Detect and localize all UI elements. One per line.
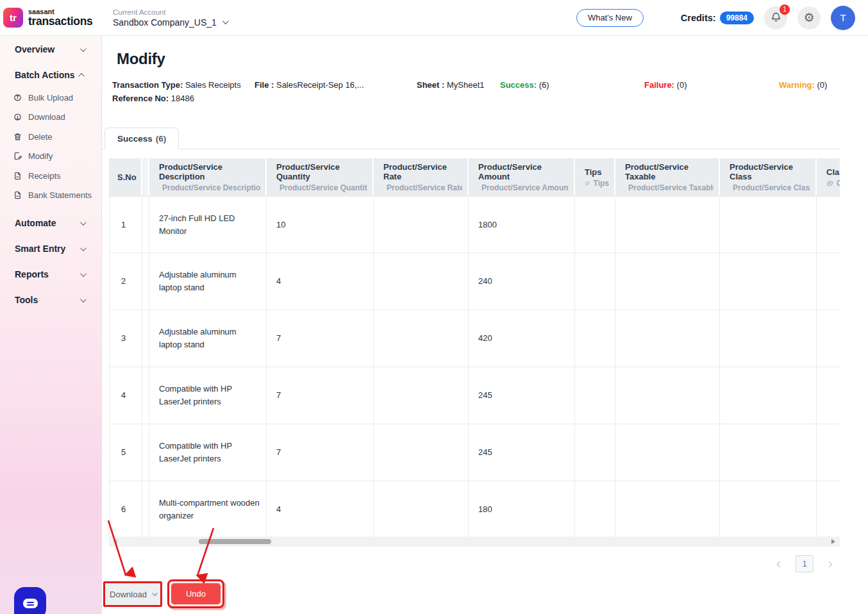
batch-meta: Transaction Type: Sales Receipts File : … (102, 80, 846, 107)
undo-button[interactable]: Undo (171, 583, 221, 604)
sidebar-item-label: Automate (15, 218, 56, 228)
cell-gap (142, 253, 149, 310)
sidebar-item-modify[interactable]: Modify (0, 147, 101, 167)
cell-taxable (615, 310, 720, 367)
sidebar-item-bulk-upload[interactable]: Bulk Upload (0, 88, 101, 108)
download-icon (13, 112, 22, 122)
cell-class (720, 196, 817, 253)
cell-class (720, 424, 817, 481)
cell-class (720, 367, 817, 424)
cell-taxable (615, 481, 720, 537)
cell-amount: 180 (469, 481, 575, 537)
sidebar-item-receipts[interactable]: Receipts (0, 166, 101, 186)
column-header-amount: Product/Service Amount Product/Service A… (469, 158, 575, 196)
top-header: tr saasant transactions Current Account … (0, 0, 868, 36)
cell-rate (374, 424, 469, 481)
brand-name-bottom: transactions (28, 16, 92, 28)
settings-button[interactable]: ⚙ (797, 6, 821, 29)
sidebar-item-label: Overview (15, 44, 54, 54)
main-content: Modify Transaction Type: Sales Receipts … (102, 36, 868, 614)
table-header-row: S.No Product/Service Description Product… (109, 158, 840, 196)
sidebar-item-automate[interactable]: Automate (0, 210, 101, 236)
cell-class-2 (817, 367, 840, 424)
sidebar-item-label: Tools (15, 295, 38, 305)
cell-quantity: 4 (267, 253, 374, 310)
credits: Credits: 99884 (681, 12, 754, 24)
cell-class-2 (817, 196, 840, 253)
cell-tips (575, 481, 615, 537)
file-icon (13, 190, 22, 200)
cell-description: 27-inch Full HD LED Monitor (149, 196, 267, 253)
sidebar-item-delete[interactable]: Delete (0, 127, 101, 147)
cell-tips (575, 424, 615, 481)
sidebar-item-label: Modify (28, 151, 53, 161)
notification-button[interactable]: 1 (764, 6, 787, 29)
chevron-down-icon (152, 590, 157, 595)
cell-description: Compatible with HP LaserJet printers (149, 367, 267, 424)
account-selector[interactable]: Current Account Sandbox Company_US_1 (113, 8, 227, 28)
tab-success[interactable]: Success (6) (104, 128, 179, 149)
sidebar-item-overview[interactable]: Overview (0, 37, 101, 62)
previous-page-button[interactable] (775, 556, 785, 571)
edit-document-icon (13, 151, 22, 161)
current-account-value: Sandbox Company_US_1 (113, 17, 217, 28)
sidebar-item-reports[interactable]: Reports (0, 261, 101, 287)
scroll-left-arrow[interactable] (113, 539, 117, 544)
cell-class-2 (817, 253, 840, 310)
cell-taxable (615, 196, 720, 253)
cell-gap (142, 367, 149, 424)
sidebar-item-label: Batch Actions (15, 70, 75, 80)
link-icon (585, 179, 590, 187)
column-header-description: Product/Service Description Product/Serv… (149, 158, 267, 196)
undo-annotation-box: Undo (167, 579, 224, 608)
notification-badge: 1 (780, 4, 790, 15)
results-table-viewport: S.No Product/Service Description Product… (109, 158, 840, 537)
table-row: 3 Adjustable aluminum laptop stand 7 420 (109, 310, 840, 367)
trash-icon (13, 132, 22, 142)
chevron-left-icon (777, 561, 783, 568)
scrollbar-thumb[interactable] (199, 539, 271, 544)
cell-rate (374, 196, 469, 253)
sidebar-item-batch-actions[interactable]: Batch Actions (0, 62, 101, 88)
scroll-right-arrow[interactable] (831, 539, 835, 544)
sidebar-item-label: Bulk Upload (28, 93, 73, 103)
table-row: 2 Adjustable aluminum laptop stand 4 240 (109, 253, 840, 310)
cell-rate (374, 253, 469, 310)
sidebar-item-label: Receipts (28, 171, 61, 181)
cell-gap (142, 481, 149, 537)
cell-description: Adjustable aluminum laptop stand (149, 253, 267, 310)
page-title: Modify (117, 50, 165, 68)
sidebar-item-tools[interactable]: Tools (0, 287, 101, 313)
chevron-down-icon (80, 219, 87, 226)
cell-sno: 2 (109, 253, 142, 310)
chat-icon (23, 599, 38, 608)
cell-sno: 3 (109, 310, 142, 367)
bell-icon (770, 12, 782, 24)
table-row: 4 Compatible with HP LaserJet printers 7… (109, 367, 840, 424)
cell-rate (374, 310, 469, 367)
sidebar-item-label: Smart Entry (15, 244, 65, 254)
app-root: tr saasant transactions Current Account … (0, 0, 868, 614)
credits-label: Credits: (681, 13, 716, 23)
cell-taxable (615, 253, 720, 310)
brand-logo-icon: tr (3, 8, 23, 28)
chevron-down-icon (80, 270, 87, 277)
cell-description: Multi-compartment wooden organizer (149, 481, 267, 537)
column-header-class: Product/Service Class Product/Service Cl… (720, 158, 817, 196)
cell-quantity: 7 (267, 310, 374, 367)
sidebar-item-label: Reports (15, 269, 49, 279)
column-header-gap (142, 158, 149, 196)
page-number-button[interactable]: 1 (796, 555, 814, 572)
next-page-button[interactable] (824, 556, 834, 571)
sidebar-item-smart-entry[interactable]: Smart Entry (0, 236, 101, 261)
sidebar-item-label: Download (28, 112, 65, 122)
horizontal-scrollbar[interactable] (109, 536, 840, 547)
whats-new-button[interactable]: What's New (576, 9, 644, 27)
sidebar-item-download[interactable]: Download (0, 108, 101, 128)
sheet-name: Sheet : MySheet1 (417, 80, 485, 90)
chat-launcher[interactable] (14, 587, 46, 614)
sidebar-item-bank-statements[interactable]: Bank Statements (0, 186, 101, 206)
avatar[interactable]: T (831, 6, 855, 30)
cell-gap (142, 424, 149, 481)
download-button[interactable]: Download (110, 590, 156, 599)
